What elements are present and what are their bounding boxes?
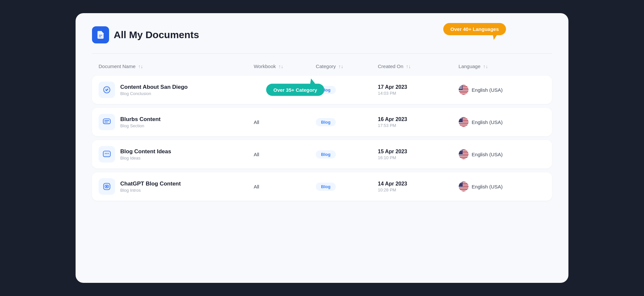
svg-point-17 [459,86,460,86]
col-created-on[interactable]: Created On ↑↓ [378,63,459,69]
svg-point-13 [460,85,460,86]
languages-badge: Over 40+ Languages [443,23,506,35]
category-cell: Blog [316,183,378,191]
svg-point-32 [460,88,461,88]
category-bubble: Over 35+ Category [266,84,324,96]
doc-name: Content About San Diego [120,84,188,90]
svg-rect-97 [459,191,469,191]
table-row[interactable]: Content About San Diego Blog Conclusion … [92,76,552,104]
table-body: Content About San Diego Blog Conclusion … [92,76,552,201]
sort-doc-name-icon[interactable]: ↑↓ [138,63,143,69]
doc-subtitle: Blog Ideas [120,156,171,160]
main-window: All My Documents Over 40+ Languages Docu… [76,13,568,283]
svg-point-30 [459,88,460,88]
sort-workbook-icon[interactable]: ↑↓ [278,63,283,69]
svg-point-77 [459,150,460,150]
doc-info: ChatGPT Blog Content Blog Intros [120,181,181,193]
svg-point-34 [462,88,462,88]
svg-rect-96 [459,189,469,190]
category-cell: Blog [316,86,378,94]
doc-name: Blog Content Ideas [120,148,171,155]
doc-icon-gpt [99,178,115,195]
date-primary: 14 Apr 2023 [378,181,459,187]
col-doc-name[interactable]: Document Name ↑↓ [99,63,254,69]
doc-subtitle: Blog Conclusion [120,91,188,96]
svg-point-26 [459,87,460,88]
date-cell: 17 Apr 2023 14:03 PM [378,84,459,96]
svg-point-78 [460,150,460,150]
svg-point-57 [462,117,462,118]
svg-point-102 [461,182,462,183]
svg-point-38 [461,88,462,89]
svg-point-103 [462,182,462,183]
svg-rect-74 [459,157,469,158]
sort-created-on-icon[interactable]: ↑↓ [406,63,411,69]
header-divider [92,53,552,54]
doc-info: Blog Content Ideas Blog Ideas [120,148,171,160]
svg-point-12 [459,85,460,86]
svg-rect-75 [459,159,469,159]
category-cell: Blog [316,118,378,126]
lang-cell: English (USA) [459,149,545,159]
language-text: English (USA) [472,152,503,157]
svg-rect-40 [103,119,110,124]
svg-rect-91 [459,182,469,182]
svg-point-14 [460,85,461,86]
doc-cell: Blog Content Ideas Blog Ideas [99,146,254,162]
svg-rect-69 [459,149,469,150]
col-category[interactable]: Category ↑↓ [316,63,378,69]
svg-point-104 [459,183,460,183]
svg-point-55 [460,117,461,118]
svg-rect-73 [459,155,469,156]
svg-point-80 [461,150,462,150]
date-cell: 15 Apr 2023 16:10 PM [378,149,459,160]
doc-icon-ideas [99,146,115,162]
date-time: 10:28 PM [378,187,459,192]
date-cell: 14 Apr 2023 10:28 PM [378,181,459,192]
svg-point-85 [461,150,462,151]
date-time: 17:53 PM [378,123,459,128]
svg-point-19 [461,86,461,86]
col-language[interactable]: Language ↑↓ [459,63,545,69]
table-row[interactable]: Blurbs Content Blog Section All Blog 16 … [92,108,552,136]
svg-point-18 [460,86,461,86]
date-primary: 16 Apr 2023 [378,116,459,122]
doc-subtitle: Blog Section [120,123,161,128]
svg-rect-9 [459,92,469,93]
svg-point-107 [461,183,462,183]
doc-info: Content About San Diego Blog Conclusion [120,84,188,96]
svg-point-15 [461,85,462,86]
date-cell: 16 Apr 2023 17:53 PM [378,116,459,128]
svg-point-54 [460,117,460,118]
svg-rect-51 [459,126,469,127]
lang-cell: English (USA) [459,117,545,127]
col-workbook[interactable]: Workbook ↑↓ [254,63,316,69]
sort-category-icon[interactable]: ↑↓ [338,63,343,69]
svg-point-106 [461,183,461,183]
doc-icon-chat [99,114,115,130]
svg-point-20 [461,86,462,86]
svg-point-99 [459,182,460,183]
svg-point-36 [460,88,461,89]
table-row[interactable]: ChatGPT Blog Content Blog Intros All Blo… [92,172,552,201]
svg-point-64 [105,153,106,154]
doc-name: Blurbs Content [120,116,161,123]
date-primary: 17 Apr 2023 [378,84,459,90]
language-text: English (USA) [472,119,503,125]
svg-point-28 [461,87,461,88]
svg-point-82 [459,150,460,151]
svg-point-53 [459,117,460,118]
svg-point-105 [460,183,461,183]
flag-usa [459,182,469,191]
svg-rect-10 [459,94,469,95]
flag-usa [459,117,469,127]
language-text: English (USA) [472,87,503,93]
svg-point-24 [461,86,462,87]
workbook-cell: All [254,184,316,189]
date-primary: 15 Apr 2023 [378,149,459,155]
doc-subtitle: Blog Intros [120,188,181,193]
doc-cell: Content About San Diego Blog Conclusion [99,82,254,98]
svg-point-27 [460,87,461,88]
table-row[interactable]: Blog Content Ideas Blog Ideas All Blog 1… [92,140,552,168]
sort-language-icon[interactable]: ↑↓ [483,63,488,69]
